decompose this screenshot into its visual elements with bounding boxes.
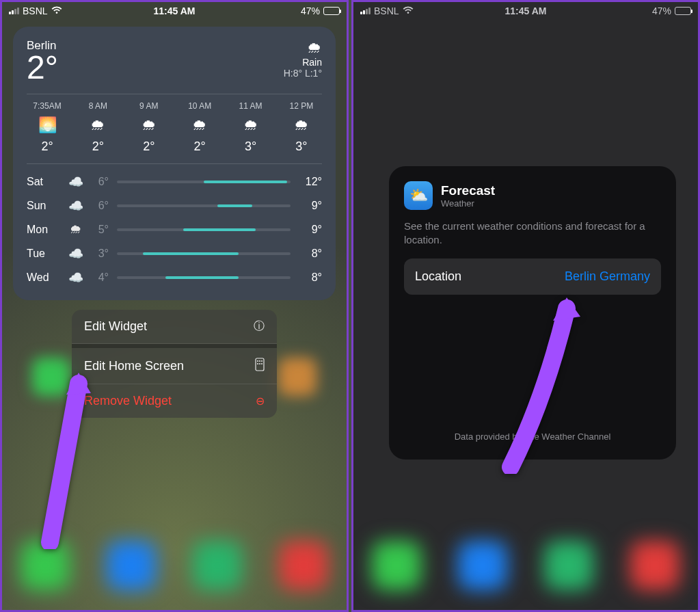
signal-icon bbox=[360, 8, 371, 14]
screenshot-right: BSNL 11:45 AM 47% ⛅ Forecast Weather See… bbox=[351, 0, 700, 612]
weather-condition: Rain bbox=[284, 57, 322, 68]
hourly-item: 7:35AM🌅2° bbox=[27, 101, 68, 154]
hourly-item: 10 AM🌧2° bbox=[179, 101, 220, 154]
rain-icon: 🌧 bbox=[179, 116, 220, 134]
home-screen-icon bbox=[255, 358, 265, 374]
sheet-title: Forecast bbox=[441, 183, 495, 198]
location-row[interactable]: Location Berlin Germany bbox=[404, 258, 661, 295]
battery-percent: 47% bbox=[652, 5, 671, 16]
sheet-subtitle: Weather bbox=[441, 198, 495, 209]
location-value: Berlin Germany bbox=[565, 269, 650, 284]
svg-point-3 bbox=[261, 360, 262, 362]
location-label: Location bbox=[415, 269, 461, 284]
hourly-item: 9 AM🌧2° bbox=[129, 101, 170, 154]
menu-label: Edit Widget bbox=[84, 319, 147, 334]
dock bbox=[353, 521, 698, 610]
hourly-item: 8 AM🌧2° bbox=[77, 101, 118, 154]
rain-icon: 🌧 bbox=[129, 116, 170, 134]
rain-icon: 🌧 bbox=[281, 116, 322, 134]
screenshot-left: BSNL 11:45 AM 47% Berlin 2° 🌧 Rain H:8° … bbox=[0, 0, 349, 612]
svg-point-1 bbox=[257, 360, 258, 362]
weather-app-icon: ⛅ bbox=[404, 181, 433, 210]
weather-widget[interactable]: Berlin 2° 🌧 Rain H:8° L:1° 7:35AM🌅2° 8 A… bbox=[13, 27, 336, 300]
carrier-label: BSNL bbox=[23, 5, 48, 16]
wifi-icon bbox=[51, 5, 62, 16]
svg-point-4 bbox=[257, 363, 258, 364]
signal-icon bbox=[9, 8, 19, 14]
daily-row: Tue☁️3°8° bbox=[27, 241, 322, 265]
daily-row: Sat☁️6°12° bbox=[27, 170, 322, 194]
battery-icon bbox=[675, 7, 691, 15]
carrier-label: BSNL bbox=[374, 5, 399, 16]
sheet-description: See the current weather conditions and f… bbox=[404, 219, 661, 248]
hourly-forecast: 7:35AM🌅2° 8 AM🌧2° 9 AM🌧2° 10 AM🌧2° 11 AM… bbox=[27, 94, 322, 154]
hourly-item: 11 AM🌧3° bbox=[230, 101, 271, 154]
cloud-icon: ☁️ bbox=[64, 270, 88, 285]
hourly-item: 12 PM🌧3° bbox=[281, 101, 322, 154]
cloud-icon: ☁️ bbox=[64, 246, 88, 261]
status-time: 11:45 AM bbox=[154, 5, 196, 16]
rain-icon: 🌧 bbox=[64, 222, 88, 237]
status-bar: BSNL 11:45 AM 47% bbox=[2, 2, 347, 20]
battery-percent: 47% bbox=[301, 5, 320, 16]
rain-icon: 🌧 bbox=[284, 39, 322, 57]
weather-hilo: H:8° L:1° bbox=[284, 68, 322, 79]
remove-icon: ⊖ bbox=[256, 395, 265, 408]
rain-icon: 🌧 bbox=[77, 116, 118, 134]
rain-icon: 🌧 bbox=[230, 116, 271, 134]
status-time: 11:45 AM bbox=[505, 5, 547, 16]
svg-point-5 bbox=[259, 363, 260, 364]
daily-row: Sun☁️6°9° bbox=[27, 194, 322, 217]
edit-widget-button[interactable]: Edit Widget ⓘ bbox=[72, 310, 277, 344]
cloud-icon: ☁️ bbox=[64, 174, 88, 189]
battery-icon bbox=[323, 7, 340, 15]
svg-point-2 bbox=[259, 360, 260, 362]
sunrise-icon: 🌅 bbox=[27, 116, 68, 134]
info-icon: ⓘ bbox=[254, 319, 265, 334]
status-bar: BSNL 11:45 AM 47% bbox=[353, 2, 698, 20]
background-app-icon bbox=[278, 358, 317, 396]
svg-point-6 bbox=[261, 363, 262, 364]
daily-forecast: Sat☁️6°12° Sun☁️6°9° Mon🌧5°9° Tue☁️3°8° … bbox=[27, 163, 322, 289]
daily-row: Wed☁️4°8° bbox=[27, 265, 322, 289]
wifi-icon bbox=[403, 5, 414, 16]
weather-temp: 2° bbox=[27, 51, 58, 84]
daily-row: Mon🌧5°9° bbox=[27, 217, 322, 241]
cloud-icon: ☁️ bbox=[64, 198, 88, 213]
